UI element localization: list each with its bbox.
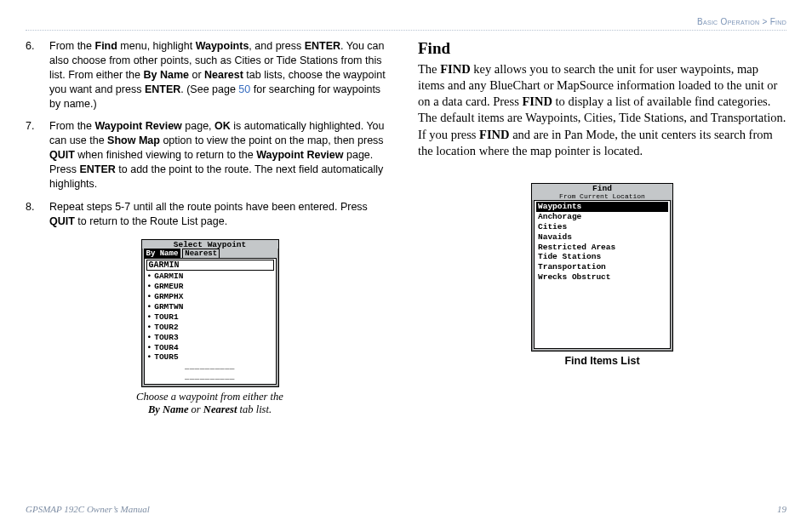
breadcrumb: Basic Operation > Find [26,17,786,31]
list-item-selected: Waypoints [536,202,668,212]
empty-slot: __________ [146,373,274,382]
list-item: TOUR5 [146,352,274,363]
empty-slot: __________ [146,363,274,372]
bullet-icon [147,323,152,333]
footer: GPSMAP 192C Owner’s Manual 19 [26,504,786,514]
device1-title: Select Waypoint [142,240,278,249]
device2-list: Waypoints Anchorage Cities Navaids Restr… [536,202,668,283]
device2-panel: Waypoints Anchorage Cities Navaids Restr… [534,200,671,349]
breadcrumb-page: Find [770,17,786,26]
list-item: Navaids [536,232,668,243]
list-item: GRMTWN [146,302,274,312]
page: Basic Operation > Find From the Find men… [0,0,812,526]
list-item: GRMEUR [146,282,274,292]
list-item: GARMIN [146,272,274,282]
device1-tabs: By Name Nearest [142,249,278,258]
step-7: From the Waypoint Review page, OK is aut… [26,119,394,191]
bullet-icon [147,333,152,343]
bullet-icon [147,352,152,363]
list-item: TOUR2 [146,323,274,333]
breadcrumb-section: Basic Operation [697,17,759,26]
bullet-icon [147,292,152,302]
device2-subtitle: From Current Location [532,193,672,200]
steps-list: From the Find menu, highlight Waypoints,… [26,39,394,229]
device1-caption: Choose a waypoint from either the By Nam… [26,391,394,416]
bullet-icon [147,343,152,353]
right-column: Find The FIND key allows you to search t… [418,39,786,416]
list-item: TOUR1 [146,312,274,323]
find-items-screenshot: Find From Current Location Waypoints Anc… [531,183,673,352]
tab-nearest: Nearest [182,249,220,258]
device1-panel: GARMIN GARMIN GRMEUR GRMPHX GRMTWN TOUR1… [144,258,277,384]
list-item: TOUR4 [146,343,274,353]
device2-title: Find From Current Location [532,184,672,200]
list-item: Anchorage [536,212,668,222]
find-paragraph: The FIND key allows you to search the un… [418,61,786,159]
step-6: From the Find menu, highlight Waypoints,… [26,39,394,111]
list-item: Cities [536,222,668,232]
left-column: From the Find menu, highlight Waypoints,… [26,39,394,416]
device2-caption: Find Items List [418,355,786,367]
device1-list: GARMIN GRMEUR GRMPHX GRMTWN TOUR1 TOUR2 … [146,272,274,381]
tab-by-name: By Name [144,249,181,258]
device1-filter: GARMIN [146,260,274,271]
page-link-50[interactable]: 50 [238,83,250,95]
list-item: Restricted Areas [536,243,668,253]
footer-page-number: 19 [777,504,786,514]
bullet-icon [147,272,152,282]
list-item: Wrecks Obstruct [536,272,668,283]
columns: From the Find menu, highlight Waypoints,… [26,39,786,416]
step-8: Repeat steps 5-7 until all the route poi… [26,200,394,229]
list-item: GRMPHX [146,292,274,302]
breadcrumb-sep: > [762,17,767,26]
bullet-icon [147,302,152,312]
list-item: Tide Stations [536,252,668,262]
list-item: Transportation [536,262,668,272]
bullet-icon [147,312,152,323]
bullet-icon [147,282,152,292]
list-item: TOUR3 [146,333,274,343]
select-waypoint-screenshot: Select Waypoint By Name Nearest GARMIN G… [141,239,279,387]
find-heading: Find [418,39,786,58]
footer-manual-title: GPSMAP 192C Owner’s Manual [26,504,150,514]
